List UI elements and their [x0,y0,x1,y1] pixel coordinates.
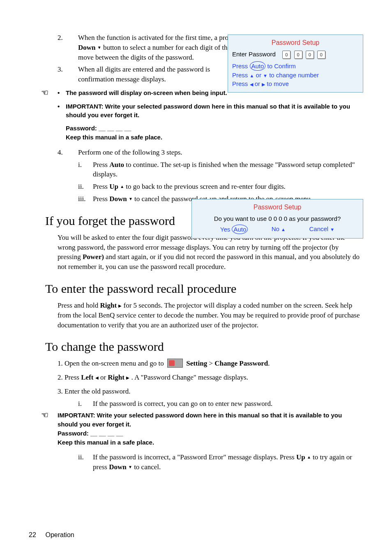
bullet: • [58,88,66,98]
confirm-question: Do you want to use 0 0 0 0 as your passw… [196,214,359,223]
auto-button-hint: Auto [250,61,266,71]
list-number: 4. [58,148,78,158]
list-number: 2. [58,33,78,62]
auto-button-hint: Auto [232,225,248,234]
down-arrow-icon: ▼ [330,227,334,232]
step-4ii-text: Press Up to go back to the previous scre… [93,182,363,192]
keep-safe-note: Keep this manual in a safe place. [58,438,363,447]
recall-body: Press and hold Right for 5 seconds. The … [45,301,363,330]
left-arrow-icon [95,373,99,381]
hint-line: Press ◀ or ▶ to move [232,79,359,88]
up-arrow-icon: ▲ [250,73,254,78]
cancel-option[interactable]: Cancel ▼ [309,225,334,234]
sub-list-roman: i. [78,160,93,180]
dialog-title: Password Setup [232,38,359,47]
footer-section: Operation [45,531,74,538]
step-4-text: Perform one of the following 3 steps. [78,148,363,158]
password-blank: Password: __ __ __ __ [66,124,363,133]
change-step-1: 1. Open the on-screen menu and go to Set… [58,359,363,368]
up-arrow-icon [120,183,124,190]
down-arrow-icon [128,463,132,471]
down-arrow-icon [97,44,101,51]
sub-list-roman: iii. [78,194,93,204]
sub-list-roman: ii. [78,182,93,192]
right-arrow-icon: ▶ [262,82,265,87]
right-arrow-icon [126,373,129,381]
down-arrow-icon: ▼ [263,73,267,78]
change-step-3: 3. Enter the old password. [58,387,363,396]
heading-change: To change the password [45,338,363,355]
change-step-2: 2. Press Left or Right . A "Password Cha… [58,373,363,382]
yes-option[interactable]: Yes Auto [220,225,248,234]
change-3i-text: If the password is correct, you can go o… [93,399,363,409]
list-number: 3. [58,65,78,84]
heading-recall: To enter the password recall procedure [45,280,363,297]
password-setup-dialog: Password Setup Enter Password 0 0 0 0 Pr… [228,35,363,93]
bullet: • [58,102,66,120]
step-4i-text: Press Auto to continue. The set-up is fi… [93,160,363,180]
sub-list-roman: i. [78,399,93,409]
password-digit[interactable]: 0 [317,51,325,59]
hint-line: Press Auto to Confirm [232,61,359,71]
dialog-title: Password Setup [196,203,359,212]
down-arrow-icon [129,195,133,203]
note-text: IMPORTANT: Write your selected password … [66,102,363,120]
up-arrow-icon: ▲ [281,227,286,232]
note-icon [41,411,48,419]
sub-list-roman: ii. [78,452,93,472]
password-digit[interactable]: 0 [306,51,314,59]
up-arrow-icon [307,453,311,461]
menu-icon [167,359,183,368]
password-digit[interactable]: 0 [294,51,302,59]
hint-line: Press ▲ or ▼ to change number [232,71,359,79]
page-footer: 22 Operation [29,531,74,540]
no-option[interactable]: No ▲ [272,225,286,234]
left-arrow-icon: ◀ [250,82,253,87]
password-digit[interactable]: 0 [282,51,291,59]
page-number: 22 [29,531,44,540]
password-blank: Password: __ __ __ __ [58,429,363,438]
enter-password-label: Enter Password [232,51,276,58]
keep-safe-note: Keep this manual in a safe place. [66,133,363,142]
note-icon [41,88,48,97]
change-3ii-text: If the password is incorrect, a "Passwor… [93,452,363,472]
password-confirm-dialog: Password Setup Do you want to use 0 0 0 … [191,199,363,239]
note-text: IMPORTANT: Write your selected password … [58,411,363,429]
